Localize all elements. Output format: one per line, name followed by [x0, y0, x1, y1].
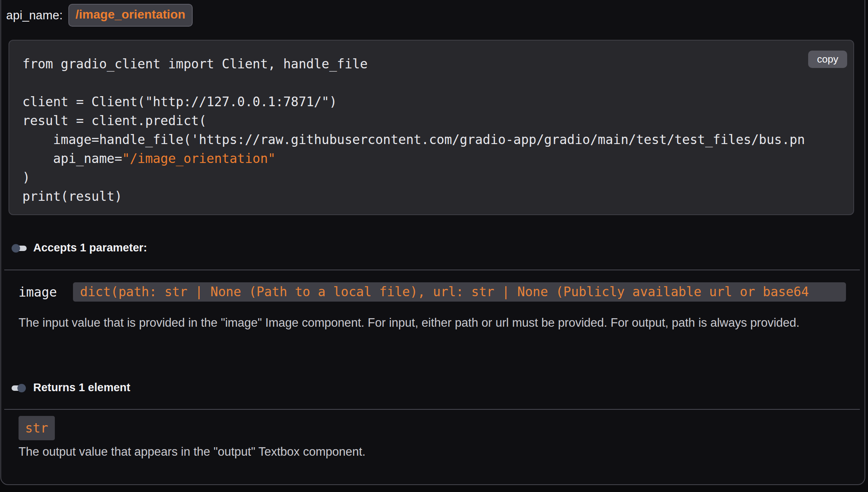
api-docs-page: api_name: /image_orientation from gradio…	[0, 0, 868, 492]
returns-heading-text: Returns 1 element	[33, 381, 130, 394]
code-api-name-string: "/image_orientation"	[122, 151, 275, 166]
code-blank-line	[22, 73, 853, 92]
code-api-name-prefix: api_name=	[22, 151, 122, 166]
code-line: image=handle_file('https://raw.githubuse…	[22, 130, 853, 149]
return-type-chip: str	[19, 416, 55, 440]
endpoint-name-chip: /image_orientation	[68, 4, 193, 27]
code-line: )	[22, 168, 853, 187]
code-line: api_name="/image_orientation"	[22, 149, 853, 168]
accepts-section-heading: Accepts 1 parameter:	[12, 241, 147, 254]
return-bullet-icon	[12, 383, 27, 392]
copy-button[interactable]: copy	[808, 51, 847, 68]
parameter-bullet-icon	[12, 243, 27, 253]
code-line: client = Client("http://127.0.0.1:7871/"…	[22, 92, 853, 111]
parameter-row: image dict(path: str | None (Path to a l…	[19, 282, 846, 302]
endpoint-header: api_name: /image_orientation	[6, 4, 193, 27]
section-divider	[4, 270, 860, 270]
endpoint-card: api_name: /image_orientation from gradio…	[0, 0, 865, 485]
code-line: print(result)	[22, 187, 853, 206]
section-divider	[4, 409, 860, 410]
parameter-name: image	[19, 285, 57, 300]
api-name-label: api_name:	[6, 8, 63, 22]
parameter-type-chip: dict(path: str | None (Path to a local f…	[73, 282, 846, 302]
code-line: from gradio_client import Client, handle…	[22, 54, 853, 73]
code-snippet-block: from gradio_client import Client, handle…	[8, 40, 854, 215]
accepts-heading-text: Accepts 1 parameter:	[33, 241, 147, 254]
parameter-description: The input value that is provided in the …	[19, 311, 833, 334]
code-lines: from gradio_client import Client, handle…	[22, 54, 853, 206]
returns-section-heading: Returns 1 element	[12, 381, 130, 394]
return-description: The output value that appears in the "ou…	[19, 443, 833, 460]
code-line: result = client.predict(	[22, 111, 853, 130]
